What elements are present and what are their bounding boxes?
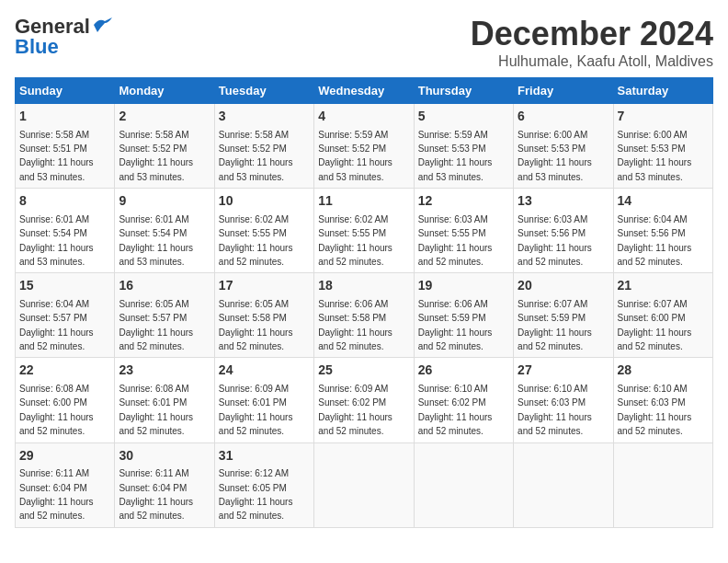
day-number: 21 [618,277,709,295]
day-info: Sunrise: 5:58 AM Sunset: 5:52 PM Dayligh… [219,130,293,182]
day-cell: 1Sunrise: 5:58 AM Sunset: 5:51 PM Daylig… [16,104,115,189]
day-info: Sunrise: 6:04 AM Sunset: 5:56 PM Dayligh… [618,214,692,267]
day-number: 1 [19,108,110,126]
day-info: Sunrise: 6:05 AM Sunset: 5:58 PM Dayligh… [219,299,293,351]
day-cell: 23Sunrise: 6:08 AM Sunset: 6:01 PM Dayli… [115,358,214,442]
day-number: 4 [318,108,409,126]
day-cell: 5Sunrise: 5:59 AM Sunset: 5:53 PM Daylig… [414,104,513,189]
day-info: Sunrise: 6:08 AM Sunset: 6:00 PM Dayligh… [19,384,94,436]
day-cell: 31Sunrise: 6:12 AM Sunset: 6:05 PM Dayli… [214,442,313,527]
day-number: 13 [518,192,609,211]
day-number: 18 [318,277,409,295]
day-cell [414,442,513,527]
day-number: 23 [119,362,210,380]
day-info: Sunrise: 6:10 AM Sunset: 6:02 PM Dayligh… [418,384,493,436]
week-row-4: 22Sunrise: 6:08 AM Sunset: 6:00 PM Dayli… [16,358,713,442]
day-info: Sunrise: 6:08 AM Sunset: 6:01 PM Dayligh… [119,384,193,436]
day-cell: 6Sunrise: 6:00 AM Sunset: 5:53 PM Daylig… [514,104,613,189]
page-subtitle: Hulhumale, Kaafu Atoll, Maldives [471,53,713,70]
day-info: Sunrise: 5:59 AM Sunset: 5:52 PM Dayligh… [318,130,392,182]
day-number: 30 [119,447,210,465]
day-cell: 30Sunrise: 6:11 AM Sunset: 6:04 PM Dayli… [115,442,214,527]
day-cell: 8Sunrise: 6:01 AM Sunset: 5:54 PM Daylig… [16,189,115,273]
day-info: Sunrise: 6:07 AM Sunset: 5:59 PM Dayligh… [518,299,592,351]
day-number: 15 [19,277,110,295]
day-number: 25 [318,362,409,380]
day-info: Sunrise: 6:11 AM Sunset: 6:04 PM Dayligh… [119,468,193,521]
day-header-saturday: Saturday [613,78,712,104]
day-header-sunday: Sunday [16,78,115,104]
day-number: 27 [518,362,609,380]
day-info: Sunrise: 6:01 AM Sunset: 5:54 PM Dayligh… [119,214,193,267]
day-cell: 16Sunrise: 6:05 AM Sunset: 5:57 PM Dayli… [115,273,214,358]
day-cell: 10Sunrise: 6:02 AM Sunset: 5:55 PM Dayli… [214,189,313,273]
day-cell: 15Sunrise: 6:04 AM Sunset: 5:57 PM Dayli… [16,273,115,358]
calendar-table: SundayMondayTuesdayWednesdayThursdayFrid… [15,77,713,528]
day-cell [514,442,613,527]
calendar-header-row: SundayMondayTuesdayWednesdayThursdayFrid… [16,78,713,104]
page-title: December 2024 [471,15,713,53]
day-cell: 12Sunrise: 6:03 AM Sunset: 5:55 PM Dayli… [414,189,513,273]
day-number: 29 [19,447,110,465]
day-number: 28 [618,362,709,380]
day-number: 16 [119,277,210,295]
day-cell: 17Sunrise: 6:05 AM Sunset: 5:58 PM Dayli… [214,273,313,358]
day-number: 10 [219,192,310,211]
day-cell: 27Sunrise: 6:10 AM Sunset: 6:03 PM Dayli… [514,358,613,442]
day-info: Sunrise: 6:12 AM Sunset: 6:05 PM Dayligh… [219,468,293,521]
day-cell: 4Sunrise: 5:59 AM Sunset: 5:52 PM Daylig… [314,104,414,189]
day-number: 11 [318,192,409,211]
day-cell [613,442,712,527]
day-info: Sunrise: 6:09 AM Sunset: 6:01 PM Dayligh… [219,384,293,436]
day-number: 2 [119,108,210,126]
day-cell: 24Sunrise: 6:09 AM Sunset: 6:01 PM Dayli… [214,358,313,442]
day-header-wednesday: Wednesday [314,78,414,104]
day-info: Sunrise: 6:09 AM Sunset: 6:02 PM Dayligh… [318,384,392,436]
day-cell: 22Sunrise: 6:08 AM Sunset: 6:00 PM Dayli… [16,358,115,442]
day-info: Sunrise: 5:58 AM Sunset: 5:51 PM Dayligh… [19,130,94,182]
title-area: December 2024 Hulhumale, Kaafu Atoll, Ma… [471,15,713,70]
day-cell: 19Sunrise: 6:06 AM Sunset: 5:59 PM Dayli… [414,273,513,358]
day-cell: 14Sunrise: 6:04 AM Sunset: 5:56 PM Dayli… [613,189,712,273]
week-row-3: 15Sunrise: 6:04 AM Sunset: 5:57 PM Dayli… [16,273,713,358]
day-cell: 20Sunrise: 6:07 AM Sunset: 5:59 PM Dayli… [514,273,613,358]
day-number: 7 [618,108,709,126]
day-cell: 11Sunrise: 6:02 AM Sunset: 5:55 PM Dayli… [314,189,414,273]
day-info: Sunrise: 6:10 AM Sunset: 6:03 PM Dayligh… [618,384,692,436]
day-cell: 26Sunrise: 6:10 AM Sunset: 6:02 PM Dayli… [414,358,513,442]
week-row-2: 8Sunrise: 6:01 AM Sunset: 5:54 PM Daylig… [16,189,713,273]
logo-bird-icon [92,17,112,32]
day-cell: 9Sunrise: 6:01 AM Sunset: 5:54 PM Daylig… [115,189,214,273]
day-number: 3 [219,108,310,126]
day-info: Sunrise: 5:58 AM Sunset: 5:52 PM Dayligh… [119,130,193,182]
day-info: Sunrise: 6:00 AM Sunset: 5:53 PM Dayligh… [518,130,592,182]
day-header-monday: Monday [115,78,214,104]
day-info: Sunrise: 6:11 AM Sunset: 6:04 PM Dayligh… [19,468,94,521]
day-info: Sunrise: 6:02 AM Sunset: 5:55 PM Dayligh… [318,214,392,267]
day-header-friday: Friday [514,78,613,104]
day-number: 9 [119,192,210,211]
week-row-5: 29Sunrise: 6:11 AM Sunset: 6:04 PM Dayli… [16,442,713,527]
day-info: Sunrise: 6:04 AM Sunset: 5:57 PM Dayligh… [19,299,94,351]
logo: General Blue [15,15,112,59]
day-cell: 25Sunrise: 6:09 AM Sunset: 6:02 PM Dayli… [314,358,414,442]
day-info: Sunrise: 6:07 AM Sunset: 6:00 PM Dayligh… [618,299,692,351]
day-number: 31 [219,447,310,465]
day-info: Sunrise: 6:10 AM Sunset: 6:03 PM Dayligh… [518,384,592,436]
day-cell: 3Sunrise: 5:58 AM Sunset: 5:52 PM Daylig… [214,104,313,189]
day-cell: 21Sunrise: 6:07 AM Sunset: 6:00 PM Dayli… [613,273,712,358]
logo-blue: Blue [15,35,59,59]
day-cell: 18Sunrise: 6:06 AM Sunset: 5:58 PM Dayli… [314,273,414,358]
day-number: 26 [418,362,509,380]
day-cell: 28Sunrise: 6:10 AM Sunset: 6:03 PM Dayli… [613,358,712,442]
day-cell: 2Sunrise: 5:58 AM Sunset: 5:52 PM Daylig… [115,104,214,189]
day-info: Sunrise: 5:59 AM Sunset: 5:53 PM Dayligh… [418,130,493,182]
day-header-thursday: Thursday [414,78,513,104]
day-info: Sunrise: 6:05 AM Sunset: 5:57 PM Dayligh… [119,299,193,351]
day-number: 14 [618,192,709,211]
day-info: Sunrise: 6:06 AM Sunset: 5:58 PM Dayligh… [318,299,392,351]
day-number: 24 [219,362,310,380]
day-header-tuesday: Tuesday [214,78,313,104]
day-number: 20 [518,277,609,295]
day-cell: 7Sunrise: 6:00 AM Sunset: 5:53 PM Daylig… [613,104,712,189]
